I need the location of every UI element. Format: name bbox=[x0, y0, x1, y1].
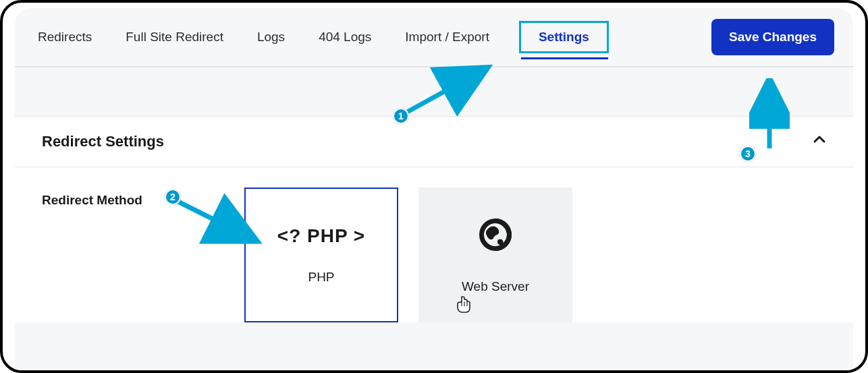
active-tab-underline bbox=[521, 57, 608, 59]
tab-logs[interactable]: Logs bbox=[253, 24, 289, 50]
panel-header: Redirect Settings bbox=[15, 117, 853, 167]
tab-full-site-redirect[interactable]: Full Site Redirect bbox=[121, 24, 227, 50]
panel-body: Redirect Method <? PHP > PHP bbox=[15, 167, 853, 322]
cursor-icon bbox=[456, 295, 471, 316]
option-php[interactable]: <? PHP > PHP bbox=[244, 188, 398, 322]
chevron-up-icon bbox=[813, 133, 826, 146]
redirect-settings-panel: Redirect Settings Redirect Method <? PHP… bbox=[15, 116, 853, 322]
tab-redirects[interactable]: Redirects bbox=[34, 24, 96, 50]
annotation-badge-3: 3 bbox=[740, 146, 756, 162]
tab-divider bbox=[15, 66, 853, 67]
option-web-server-label: Web Server bbox=[462, 279, 529, 294]
tab-bar: Redirects Full Site Redirect Logs 404 Lo… bbox=[15, 8, 853, 66]
php-code-icon: <? PHP > bbox=[277, 225, 365, 247]
tab-settings[interactable]: Settings bbox=[537, 27, 591, 47]
page-container: Redirects Full Site Redirect Logs 404 Lo… bbox=[15, 8, 853, 370]
save-changes-button[interactable]: Save Changes bbox=[711, 19, 834, 55]
svg-line-2 bbox=[402, 71, 481, 115]
annotation-badge-2: 2 bbox=[165, 189, 181, 205]
tab-404-logs[interactable]: 404 Logs bbox=[315, 24, 375, 50]
tab-settings-highlight: Settings bbox=[519, 21, 609, 53]
redirect-method-label: Redirect Method bbox=[42, 188, 244, 208]
globe-icon bbox=[477, 217, 514, 256]
tab-import-export[interactable]: Import / Export bbox=[401, 24, 493, 50]
annotation-arrow-1 bbox=[393, 58, 508, 125]
collapse-toggle[interactable] bbox=[813, 133, 826, 150]
option-web-server[interactable]: Web Server bbox=[418, 188, 572, 322]
option-php-label: PHP bbox=[308, 270, 334, 285]
annotation-badge-1: 1 bbox=[393, 108, 409, 124]
panel-title: Redirect Settings bbox=[42, 133, 164, 150]
redirect-method-options: <? PHP > PHP Web Server bbox=[244, 188, 572, 322]
